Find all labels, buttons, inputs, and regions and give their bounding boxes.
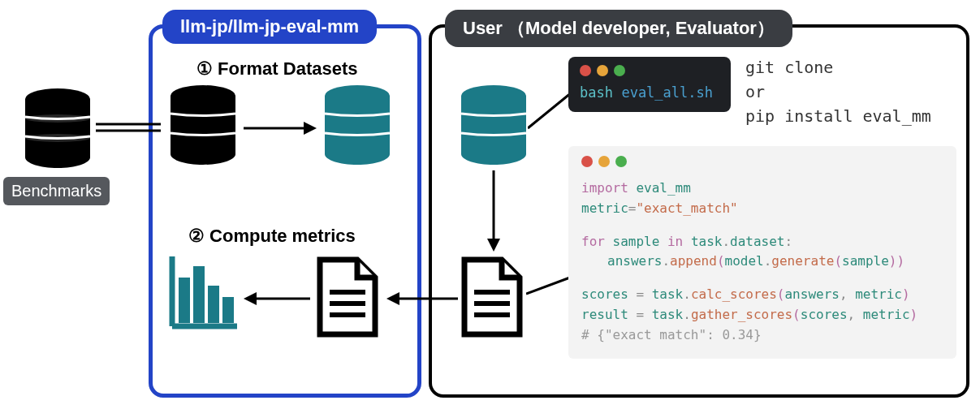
svg-rect-26 [179,278,190,323]
database-icon [322,84,392,166]
svg-line-10 [528,93,572,128]
code-line: metric="exact_match" [581,199,943,219]
maximize-dot-icon [614,65,625,76]
bar-chart-icon [167,253,240,331]
install-instructions: git clone or pip install eval_mm [745,55,931,128]
database-icon [459,84,529,166]
maximize-dot-icon [615,156,627,167]
close-dot-icon [581,156,593,167]
library-pill: llm-jp/llm-jp-eval-mm [162,10,377,44]
install-line2: or [745,80,931,104]
benchmarks-label: Benchmarks [3,177,110,205]
svg-rect-28 [208,286,219,323]
code-line: import eval_mm [581,179,943,199]
svg-marker-23 [244,292,257,305]
window-dots [581,156,943,167]
svg-rect-29 [222,297,234,323]
code-line: for sample in task.dataset: [581,232,943,252]
svg-rect-27 [193,266,205,323]
library-container [149,24,421,398]
install-line3: pip install eval_mm [745,104,931,128]
arrow-left-icon [244,289,310,308]
svg-line-16 [526,278,570,294]
close-dot-icon [580,65,591,76]
step-format-title: ① Format Datasets [196,58,358,80]
database-icon [168,84,238,166]
arrow-left-icon [386,289,458,308]
connector-benchmarks [96,120,161,136]
arrow-right-icon [244,118,317,138]
database-icon [23,88,93,169]
install-line1: git clone [745,55,931,80]
arrow-down-icon [484,170,503,252]
code-line: scores = task.calc_scores(answers, metri… [581,285,943,305]
code-line: answers.append(model.generate(sample)) [581,252,943,272]
step-compute-title: ② Compute metrics [188,226,356,247]
code-line: # {"exact match": 0.34} [581,325,943,346]
terminal-cmd-script: eval_all.sh [621,84,713,101]
user-pill: User （Model developer, Evaluator） [445,10,792,47]
code-line: result = task.gather_scores(scores, metr… [581,305,943,325]
window-dots [580,65,719,76]
file-icon [460,256,525,338]
minimize-dot-icon [597,65,608,76]
svg-marker-7 [304,122,317,135]
terminal-window: bash eval_all.sh [568,57,731,112]
svg-marker-18 [386,292,399,305]
terminal-command: bash eval_all.sh [580,84,719,101]
terminal-cmd-bash: bash [580,84,613,101]
code-editor: import eval_mm metric="exact_match" for … [568,146,956,359]
connector-line [526,274,575,315]
file-icon [315,256,380,338]
minimize-dot-icon [598,156,610,167]
svg-marker-12 [487,239,500,252]
